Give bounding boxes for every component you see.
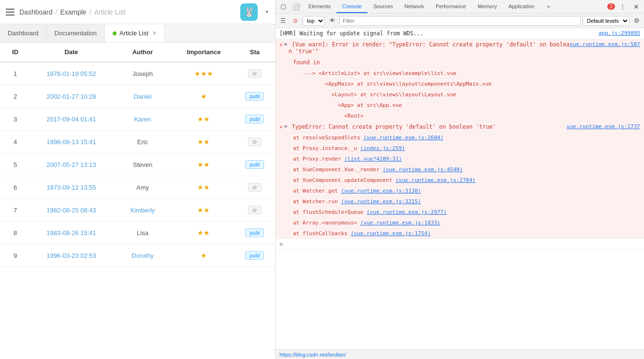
console-stack-line: at resolveScopedSlots (vue.runtime.esm.j… bbox=[276, 133, 644, 143]
stack-text: at Watcher.run (vue.runtime.esm.js:3215) bbox=[279, 198, 421, 205]
stack-link[interactable]: (index.js:259) bbox=[360, 145, 405, 151]
stack-link[interactable]: (vue.runtime.esm.js:3215) bbox=[341, 198, 421, 205]
breadcrumb-dashboard[interactable]: Dashboard bbox=[19, 8, 53, 16]
devtools-close-button[interactable]: ✕ bbox=[630, 1, 642, 13]
devtools-inspect-button[interactable]: ⬡ bbox=[278, 1, 289, 13]
devtools-tab-application-label: Application bbox=[509, 3, 535, 9]
console-source-typeerror[interactable]: vue.runtime.esm.js:1737 bbox=[567, 123, 640, 130]
stars-icon: ★★ bbox=[197, 206, 210, 214]
expand-triangle-2[interactable]: ▶ bbox=[285, 123, 288, 129]
stack-text: at resolveScopedSlots (vue.runtime.esm.j… bbox=[279, 135, 443, 141]
console-stack-line: <App> at src\App.vue bbox=[276, 100, 644, 111]
devtools-tab-application[interactable]: Application bbox=[503, 0, 541, 13]
table-row: 6 1973-09-12 13:55 Amy ★★ dr bbox=[0, 176, 275, 199]
tab-close-button[interactable]: ✕ bbox=[152, 30, 157, 36]
hamburger-menu-button[interactable] bbox=[6, 9, 15, 15]
devtools-tab-more[interactable]: » bbox=[541, 0, 556, 13]
console-clear-button[interactable]: ⊘ bbox=[290, 15, 301, 26]
console-entry-vue-warn: ✕ ▶ [Vue warn]: Error in render: "TypeEr… bbox=[276, 39, 644, 57]
logo-dropdown-arrow[interactable]: ▼ bbox=[264, 9, 269, 15]
stack-link[interactable]: (vue.runtime.esm.js:2784) bbox=[395, 177, 476, 183]
console-stack-line: at Array.<anonymous> (vue.runtime.esm.js… bbox=[276, 218, 644, 228]
error-icon-2: ✕ bbox=[279, 124, 283, 130]
console-sidebar-button[interactable]: ☰ bbox=[278, 15, 288, 26]
devtools-tab-elements[interactable]: Elements bbox=[303, 0, 337, 13]
cell-status: dr bbox=[234, 131, 275, 153]
console-filter-input[interactable] bbox=[339, 16, 581, 26]
devtools-top-bar: ⬡ ⬜ Elements Console Sources Network Per… bbox=[276, 0, 644, 14]
cell-id: 7 bbox=[0, 199, 30, 222]
console-content: [HMR] Waiting for update signal from WDS… bbox=[276, 28, 644, 349]
devtools-tab-console[interactable]: Console bbox=[337, 0, 367, 13]
devtools-tabs: Elements Console Sources Network Perform… bbox=[303, 0, 556, 13]
stack-link[interactable]: (vue.runtime.esm.js:2977) bbox=[366, 209, 447, 215]
stack-text: at Proxy.instance._u (index.js:259) bbox=[279, 145, 405, 151]
devtools-tab-sources[interactable]: Sources bbox=[367, 0, 398, 13]
article-table-container: ID Date Author Importance Sta 1 1978-01-… bbox=[0, 43, 275, 359]
col-header-id: ID bbox=[0, 43, 30, 62]
status-badge: publ bbox=[245, 115, 264, 123]
table-row: 3 2017-09-04 01:41 Karen ★★ publ bbox=[0, 108, 275, 131]
devtools-tab-sources-label: Sources bbox=[373, 3, 393, 9]
cell-status: dr bbox=[234, 62, 275, 85]
url-bar: https://blog.csdn.net/lerdian/ bbox=[276, 349, 644, 359]
console-context-select[interactable]: top bbox=[303, 16, 325, 26]
devtools-tab-memory-label: Memory bbox=[478, 3, 497, 9]
app-logo[interactable]: 🐰 bbox=[240, 3, 258, 21]
status-badge: dr bbox=[248, 206, 262, 214]
cell-date: 2017-09-04 01:41 bbox=[30, 108, 112, 131]
col-header-importance: Importance bbox=[173, 43, 234, 62]
breadcrumb-sep1: / bbox=[56, 8, 58, 16]
cell-id: 4 bbox=[0, 131, 30, 153]
console-levels-select[interactable]: Default levels bbox=[583, 16, 629, 26]
cell-status: dr bbox=[234, 199, 275, 222]
tab-documentation[interactable]: Documentation bbox=[47, 24, 105, 42]
col-header-author: Author bbox=[112, 43, 173, 62]
cell-id: 9 bbox=[0, 244, 30, 267]
console-prompt: > bbox=[276, 239, 644, 250]
console-entry-typeerror: ✕ ▶ TypeError: Cannot create property 'd… bbox=[276, 121, 644, 133]
stack-link[interactable]: (vue.runtime.esm.js:1833) bbox=[360, 220, 440, 226]
table-row: 8 1983-08-26 15:41 Lisa ★★ publ bbox=[0, 222, 275, 244]
console-stack-line: at Proxy.instance._u (index.js:259) bbox=[276, 143, 644, 154]
expand-triangle[interactable]: ▶ bbox=[285, 41, 288, 46]
cell-status: dr bbox=[234, 176, 275, 199]
devtools-tab-network[interactable]: Network bbox=[399, 0, 430, 13]
stack-link[interactable]: (vue.runtime.esm.js:2604) bbox=[364, 135, 444, 141]
status-badge: dr bbox=[248, 183, 262, 192]
breadcrumb: Dashboard / Example / Article List bbox=[19, 8, 125, 16]
console-stack-line: at VueComponent.updateComponent (vue.run… bbox=[276, 175, 644, 186]
devtools-tab-memory[interactable]: Memory bbox=[472, 0, 503, 13]
cell-id: 2 bbox=[0, 85, 30, 108]
console-eye-button[interactable]: 👁 bbox=[327, 15, 337, 26]
stack-link[interactable]: (vue.runtime.esm.js:1754) bbox=[351, 230, 431, 237]
article-table: ID Date Author Importance Sta 1 1978-01-… bbox=[0, 43, 275, 267]
devtools-mobile-button[interactable]: ⬜ bbox=[290, 1, 302, 13]
stack-link[interactable]: (vue.runtime.esm.js:3138) bbox=[341, 188, 421, 194]
devtools-more-options[interactable]: ⋮ bbox=[617, 1, 629, 13]
cell-date: 1978-01-19 05:52 bbox=[30, 62, 112, 85]
tab-dashboard[interactable]: Dashboard bbox=[0, 24, 47, 42]
status-badge: publ bbox=[245, 160, 264, 169]
stack-link[interactable]: (list.vue?4209:31) bbox=[344, 156, 402, 162]
devtools-tab-console-label: Console bbox=[342, 3, 362, 9]
console-source-vue-warn[interactable]: vue.runtime.esm.js:587 bbox=[570, 41, 640, 47]
cell-date: 2002-01-27 10:28 bbox=[30, 85, 112, 108]
console-settings-button[interactable]: ⚙ bbox=[631, 15, 642, 26]
cell-author: Lisa bbox=[112, 222, 173, 244]
stars-icon: ★★ bbox=[197, 138, 210, 146]
devtools-tab-performance[interactable]: Performance bbox=[430, 0, 472, 13]
stack-link[interactable]: (vue.runtime.esm.js:4540) bbox=[382, 166, 463, 173]
stars-icon: ★★★ bbox=[194, 70, 213, 77]
breadcrumb-example[interactable]: Example bbox=[60, 8, 86, 16]
console-source-hmr[interactable]: app.js:299895 bbox=[599, 30, 640, 36]
cell-importance: ★★ bbox=[173, 153, 234, 176]
breadcrumb-current: Article List bbox=[94, 8, 126, 16]
url-text[interactable]: https://blog.csdn.net/lerdian/ bbox=[279, 352, 346, 358]
tab-article-list[interactable]: Article List ✕ bbox=[105, 24, 165, 42]
cell-date: 1973-09-12 13:55 bbox=[30, 176, 112, 199]
console-entry-hmr: [HMR] Waiting for update signal from WDS… bbox=[276, 28, 644, 39]
left-panel: Dashboard / Example / Article List 🐰 ▼ D… bbox=[0, 0, 276, 359]
status-badge: publ bbox=[245, 228, 264, 237]
tabs-bar: Dashboard Documentation Article List ✕ bbox=[0, 24, 275, 43]
